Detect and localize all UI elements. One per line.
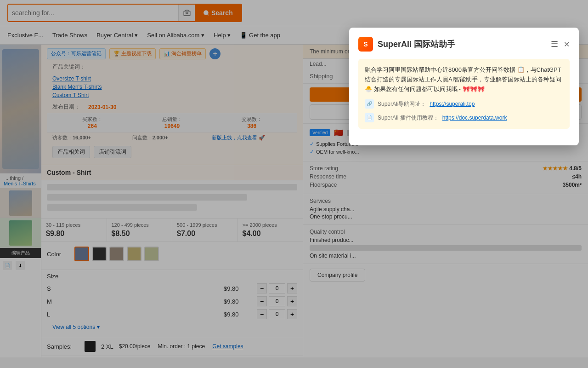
panel-header: S SuperAli 国际站助手 ☰ ✕ <box>358 37 570 52</box>
superali-panel: S SuperAli 国际站助手 ☰ ✕ 融合学习阿里国际站帮助中心近8000条… <box>349 28 579 145</box>
panel-title: S SuperAli 国际站助手 <box>358 37 455 52</box>
hamburger-icon[interactable]: ☰ <box>551 39 558 49</box>
link-row-1: 🔗 SuperAli导航网址： https://superali.top <box>365 99 563 109</box>
link2-label: SuperAli 插件使用教程： <box>378 114 439 122</box>
link-row-2: 📄 SuperAli 插件使用教程： https://doc.superdata… <box>365 113 563 122</box>
panel-description: 融合学习阿里国际站帮助中心近8000条官方公开问答数据 📋，与ChatGPT结合… <box>358 59 570 129</box>
description-text: 融合学习阿里国际站帮助中心近8000条官方公开问答数据 📋，与ChatGPT结合… <box>365 65 563 94</box>
link2-icon: 📄 <box>365 113 374 122</box>
panel-title-text: SuperAli 国际站助手 <box>378 39 455 50</box>
close-icon[interactable]: ✕ <box>564 40 570 49</box>
link1-label: SuperAli导航网址： <box>378 100 426 109</box>
panel-logo: S <box>358 37 373 52</box>
link1-url[interactable]: https://superali.top <box>430 100 475 109</box>
link2-url[interactable]: https://doc.superdata.work <box>442 114 507 122</box>
link1-icon: 🔗 <box>365 99 374 109</box>
